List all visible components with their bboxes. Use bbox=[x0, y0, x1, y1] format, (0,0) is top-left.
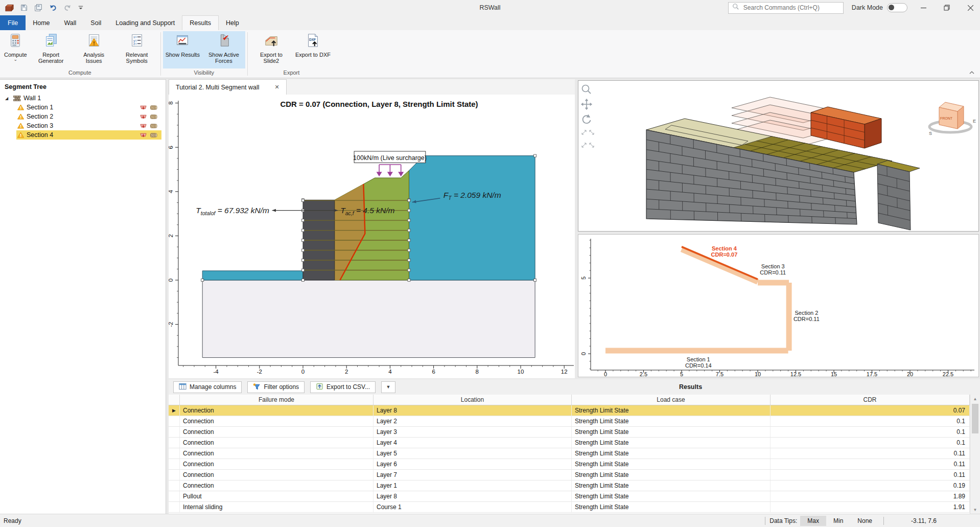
column-header-cdr[interactable]: CDR bbox=[771, 395, 970, 405]
cell: Strength Limit State bbox=[572, 491, 771, 501]
facing-icon[interactable] bbox=[139, 114, 147, 120]
dark-mode-label: Dark Mode bbox=[852, 4, 883, 11]
tree-item-wall-1[interactable]: ◢Wall 1 bbox=[0, 94, 166, 103]
plan-view-panel[interactable]: Section 1CDR=0.14Section 2CDR=0.11Sectio… bbox=[578, 234, 979, 377]
reinforcement-icon[interactable] bbox=[150, 105, 157, 110]
export-to-slide2-button[interactable]: Export to Slide2 bbox=[250, 31, 293, 68]
cell: Pullout bbox=[180, 491, 374, 501]
tab-loading-and-support[interactable]: Loading and Support bbox=[108, 15, 182, 30]
pan-tool-icon[interactable] bbox=[581, 99, 595, 110]
reinforcement-icon[interactable] bbox=[150, 123, 157, 129]
table-row[interactable]: ConnectionLayer 2Strength Limit State0.1 bbox=[169, 416, 970, 427]
facing-icon[interactable] bbox=[139, 105, 147, 110]
tree-expander-icon[interactable]: ◢ bbox=[5, 96, 13, 101]
row-marker bbox=[169, 427, 180, 437]
minimize-button[interactable] bbox=[916, 0, 931, 15]
document-tab[interactable]: Tutorial 2. Multi Segment wall ✕ bbox=[169, 79, 287, 95]
customize-toolbar-icon[interactable] bbox=[78, 5, 83, 10]
tab-file[interactable]: File bbox=[0, 15, 26, 30]
tab-wall[interactable]: Wall bbox=[57, 15, 84, 30]
svg-text:10: 10 bbox=[755, 371, 761, 377]
data-tips-min-button[interactable]: Min bbox=[826, 516, 850, 526]
tree-item-section-1[interactable]: Section 1 bbox=[16, 103, 161, 112]
relevant-symbols-button[interactable]: x=y=z=Relevant Symbols bbox=[115, 31, 158, 68]
tab-soil[interactable]: Soil bbox=[83, 15, 108, 30]
reinforcement-icon[interactable] bbox=[150, 114, 157, 120]
undo-icon[interactable] bbox=[49, 4, 57, 12]
svg-text:0: 0 bbox=[169, 279, 174, 282]
segment-label: Section 2 bbox=[795, 310, 818, 316]
scrollbar-thumb[interactable] bbox=[972, 404, 978, 433]
table-row[interactable]: PulloutLayer 8Strength Limit State1.89 bbox=[169, 491, 970, 502]
table-row[interactable]: ConnectionLayer 6Strength Limit State0.1… bbox=[169, 459, 970, 470]
table-row[interactable]: ConnectionLayer 5Strength Limit State0.1… bbox=[169, 448, 970, 459]
scroll-down-icon[interactable]: ▼ bbox=[970, 506, 980, 514]
export-to-csv-button[interactable]: Export to CSV... bbox=[310, 381, 376, 393]
tab-results[interactable]: Results bbox=[182, 15, 219, 30]
reinforcement-icon[interactable] bbox=[150, 132, 157, 138]
tab-help[interactable]: Help bbox=[219, 15, 246, 30]
showresults-icon bbox=[175, 33, 190, 50]
table-row[interactable]: ConnectionLayer 1Strength Limit State0.1… bbox=[169, 480, 970, 491]
dark-mode-toggle[interactable] bbox=[887, 3, 907, 12]
chart-title: CDR = 0.07 (Connection, Layer 8, Strengt… bbox=[280, 100, 478, 108]
zoom-out-icon[interactable] bbox=[589, 141, 595, 150]
column-header-failure-mode[interactable]: Failure mode bbox=[180, 395, 374, 405]
svg-text:-4: -4 bbox=[213, 369, 219, 375]
tree-item-section-4[interactable]: Section 4 bbox=[16, 130, 161, 140]
tab-home[interactable]: Home bbox=[26, 15, 57, 30]
facing-icon[interactable] bbox=[139, 123, 147, 129]
show-active-forces-button[interactable]: Show Active Forces bbox=[202, 31, 245, 68]
exportdxf-icon: DXF bbox=[305, 33, 320, 50]
issues-icon bbox=[86, 33, 102, 50]
export-dropdown-button[interactable]: ▼ bbox=[381, 381, 395, 393]
search-box[interactable] bbox=[728, 2, 844, 14]
redo-icon[interactable] bbox=[63, 4, 72, 12]
save-all-icon[interactable] bbox=[34, 4, 42, 12]
close-button[interactable] bbox=[963, 0, 978, 15]
scroll-up-icon[interactable]: ▲ bbox=[970, 395, 980, 403]
tree-item-section-3[interactable]: Section 3 bbox=[16, 121, 161, 130]
report-generator-button[interactable]: Report Generator bbox=[30, 31, 73, 68]
restore-button[interactable] bbox=[939, 0, 954, 15]
row-marker: ▶ bbox=[169, 405, 180, 416]
export-to-dxf-button[interactable]: DXFExport to DXF bbox=[293, 31, 333, 68]
status-bar: Ready Data Tips: MaxMinNone -3.11, 7.6 bbox=[0, 514, 980, 527]
tree-item-section-2[interactable]: Section 2 bbox=[16, 112, 161, 121]
compute-button[interactable]: Compute⌄ bbox=[2, 31, 30, 68]
data-tips-max-button[interactable]: Max bbox=[800, 516, 826, 526]
zoom-extents-icon[interactable] bbox=[581, 128, 587, 138]
region-retained-soil bbox=[409, 156, 535, 280]
filter-options-button[interactable]: Filter options bbox=[247, 381, 305, 393]
analysis-issues-button[interactable]: Analysis Issues bbox=[73, 31, 115, 68]
zoom-tool-icon[interactable] bbox=[581, 84, 595, 95]
ribbon-collapse-button[interactable] bbox=[968, 70, 976, 76]
table-row[interactable]: ▶ConnectionLayer 8Strength Limit State0.… bbox=[169, 405, 970, 416]
facing-icon[interactable] bbox=[139, 132, 147, 138]
column-header-load-case[interactable]: Load case bbox=[572, 395, 771, 405]
results-table: Failure modeLocationLoad caseCDR▶Connect… bbox=[169, 395, 970, 514]
table-scrollbar[interactable]: ▲ ▼ bbox=[970, 395, 980, 514]
rotate-tool-icon[interactable] bbox=[581, 113, 595, 125]
search-input[interactable] bbox=[742, 4, 831, 12]
row-marker bbox=[169, 491, 180, 501]
show-results-button[interactable]: Show Results bbox=[163, 31, 202, 68]
save-icon[interactable] bbox=[20, 4, 28, 12]
table-row[interactable]: ConnectionLayer 3Strength Limit State0.1 bbox=[169, 427, 970, 438]
tab-close-icon[interactable]: ✕ bbox=[275, 84, 279, 90]
cell: Strength Limit State bbox=[572, 416, 771, 426]
table-row[interactable]: Internal slidingCourse 1Strength Limit S… bbox=[169, 502, 970, 513]
cross-section-view[interactable]: 100kN/m (Live surcharge)Ttotalof = 67.93… bbox=[169, 95, 575, 378]
dark-mode-control[interactable]: Dark Mode bbox=[852, 3, 907, 12]
manage-columns-button[interactable]: Manage columns bbox=[173, 381, 242, 393]
zoom-window-icon[interactable] bbox=[589, 128, 595, 138]
column-header-location[interactable]: Location bbox=[374, 395, 572, 405]
zoom-in-icon[interactable] bbox=[581, 141, 587, 150]
table-row[interactable]: ConnectionLayer 7Strength Limit State0.1… bbox=[169, 470, 970, 480]
cell: Connection bbox=[180, 470, 374, 480]
table-row[interactable]: ConnectionLayer 4Strength Limit State0.1 bbox=[169, 438, 970, 448]
button-label: Relevant Symbols bbox=[118, 52, 156, 64]
data-tips-none-button[interactable]: None bbox=[850, 516, 879, 526]
wall-3d-panel[interactable]: FRONTSE bbox=[578, 80, 979, 232]
cell: Layer 8 bbox=[374, 491, 572, 501]
